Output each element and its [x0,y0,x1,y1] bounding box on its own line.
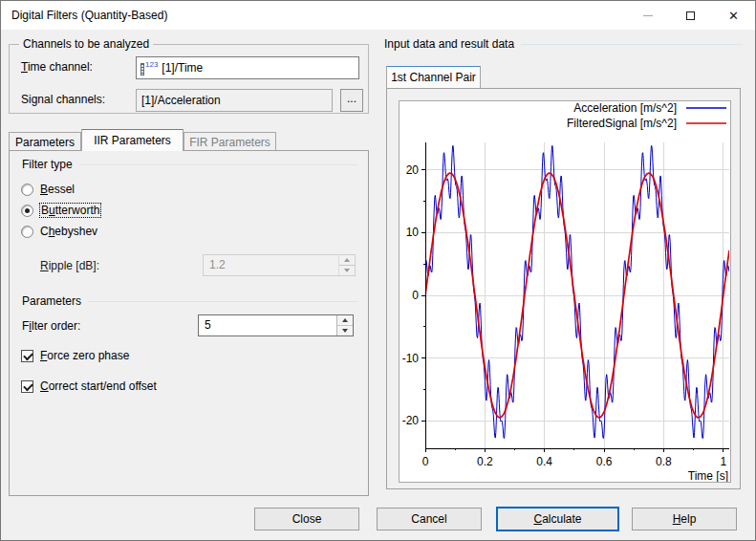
window-title: Digital Filters (Quantity-Based) [11,1,167,30]
filter-order-value: 5 [205,315,211,335]
result-panel: -20-100102000.20.40.60.81Time [s]Acceler… [386,88,741,489]
parameters-heading: Parameters [22,294,358,308]
tab-iir-parameters[interactable]: IIR Parameters [81,129,184,151]
filter-type-heading: Filter type [22,158,358,171]
svg-text:0.8: 0.8 [656,455,672,468]
radio-bessel-label[interactable]: Bessel [40,183,75,196]
digital-filters-dialog: Digital Filters (Quantity-Based) ✕ Chann… [0,0,756,541]
minimize-icon [643,15,653,16]
close-icon: ✕ [728,10,739,22]
channels-group-title: Channels to be analyzed [19,37,153,51]
svg-text:0.2: 0.2 [477,455,493,468]
close-window-button[interactable]: ✕ [712,1,755,30]
parameters-title: Parameters [22,294,81,308]
numeric-ruler-123-icon: 123 [140,61,158,76]
ripple-spinbox: 1.2 [203,254,356,276]
tab-fir-parameters: FIR Parameters [184,132,276,151]
filter-order-spinbox[interactable]: 5 [198,314,354,336]
filter-order-label: Filter order: [22,319,80,333]
channels-groupbox: Channels to be analyzed Time channel: 12… [9,44,369,114]
svg-text:20: 20 [406,163,420,177]
ripple-spin-up [339,255,355,266]
signal-channels-label: Signal channels: [21,93,105,106]
iir-parameters-panel: Filter type Bessel Butterworth Chebyshev… [9,150,369,496]
cancel-button[interactable]: Cancel [377,508,482,530]
svg-text:0.4: 0.4 [536,455,552,468]
help-button[interactable]: Help [632,508,737,530]
ripple-value: 1.2 [209,255,226,275]
radio-butterworth-label[interactable]: Butterworth [40,204,100,217]
calculate-button[interactable]: Calculate [496,507,619,531]
tab-first-channel-pair[interactable]: 1st Channel Pair [386,66,481,88]
result-group-heading: Input data and result data [384,37,743,51]
svg-text:Time [s]: Time [s] [688,469,728,482]
force-zero-phase-checkbox[interactable] [21,350,33,362]
window-controls: ✕ [626,1,755,30]
svg-text:-20: -20 [402,414,420,427]
svg-text:-10: -10 [402,352,420,365]
signal-channels-value: [1]/Acceleration [141,94,221,107]
svg-text:1: 1 [720,455,726,468]
svg-text:FilteredSignal [m/s^2]: FilteredSignal [m/s^2] [567,117,677,130]
filter-type-title: Filter type [22,158,73,171]
filter-order-spin-buttons [336,315,353,335]
svg-text:10: 10 [406,226,420,239]
result-chart-frame: -20-100102000.20.40.60.81Time [s]Acceler… [399,100,731,483]
filter-order-spin-up[interactable] [337,315,353,326]
tab-parameters[interactable]: Parameters [9,132,81,151]
time-channel-input[interactable]: 123 [1]/Time [136,56,359,79]
correct-offset-checkbox[interactable] [21,380,33,393]
svg-text:0: 0 [412,289,419,302]
filter-order-spin-down[interactable] [337,326,353,335]
ripple-label: Ripple [dB]: [40,259,99,272]
chart-canvas: -20-100102000.20.40.60.81Time [s]Acceler… [400,101,730,482]
result-group-title: Input data and result data [384,37,514,51]
ripple-spin-down [339,266,355,275]
svg-text:0.6: 0.6 [596,455,613,468]
force-zero-phase-label[interactable]: Force zero phase [40,349,129,362]
close-button[interactable]: Close [254,508,359,530]
correct-offset-label[interactable]: Correct start/end offset [40,379,157,393]
svg-text:Acceleration [m/s^2]: Acceleration [m/s^2] [573,101,677,115]
title-bar: Digital Filters (Quantity-Based) ✕ [1,1,755,30]
browse-channels-button[interactable]: ... [340,89,363,112]
radio-bessel[interactable] [21,184,33,196]
radio-butterworth[interactable] [21,205,33,217]
maximize-icon [686,11,695,20]
radio-chebyshev[interactable] [21,226,33,238]
minimize-button [626,1,669,30]
time-channel-label: Time channel: [21,60,93,74]
time-channel-value: [1]/Time [162,61,203,75]
ripple-spin-buttons [338,255,355,275]
signal-channels-field: [1]/Acceleration [136,89,333,112]
radio-chebyshev-label[interactable]: Chebyshev [40,225,97,238]
svg-text:0: 0 [422,455,429,468]
maximize-button[interactable] [669,1,712,30]
